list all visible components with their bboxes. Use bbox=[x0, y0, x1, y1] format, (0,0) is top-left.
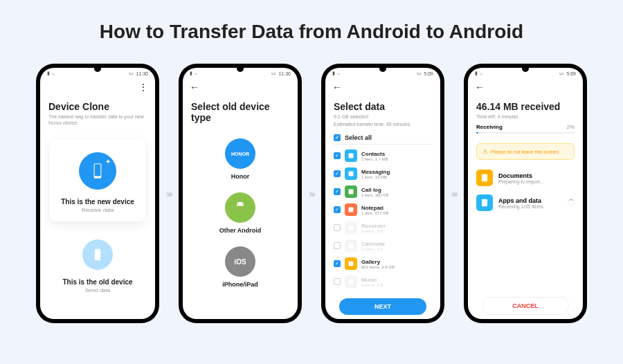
data-row[interactable]: Notepad1 item, 677 KB bbox=[334, 201, 432, 218]
data-row[interactable]: Music0 items, 0 B bbox=[334, 273, 432, 290]
honor-logo: HONOR bbox=[231, 152, 249, 156]
screen-title: 46.14 MB received bbox=[476, 101, 575, 112]
arrow-icon: ››› bbox=[309, 188, 314, 199]
size-label: 9.1 GB selected bbox=[334, 113, 432, 120]
item-name: Apps and data bbox=[498, 197, 562, 204]
receiving-label: Receiving bbox=[476, 124, 503, 130]
file-icon bbox=[476, 170, 493, 186]
time-left-label: Time left: 4 minutes bbox=[476, 113, 575, 120]
svg-rect-9 bbox=[349, 190, 354, 194]
svg-rect-15 bbox=[482, 174, 487, 182]
svg-rect-10 bbox=[349, 208, 354, 212]
item-subtitle: Preparing to import... bbox=[498, 179, 575, 184]
new-device-card[interactable]: ✦ This is the new device Receive data bbox=[50, 140, 145, 221]
screen-title: Select data bbox=[334, 101, 432, 112]
device-option-android[interactable]: Other Android bbox=[219, 192, 262, 234]
data-row[interactable]: Calendar0 items, 0 B bbox=[334, 237, 432, 254]
sparkle-icon: ✦ bbox=[105, 158, 111, 165]
row-subtitle: 0 items, 0 B bbox=[361, 229, 432, 233]
checkbox[interactable] bbox=[334, 170, 341, 177]
old-device-card[interactable]: This is the old device Send data bbox=[48, 233, 147, 300]
row-name: Recorder bbox=[361, 223, 432, 229]
file-icon bbox=[476, 194, 493, 211]
phone-icon: ✦ bbox=[79, 152, 116, 190]
svg-point-4 bbox=[242, 203, 242, 204]
svg-rect-8 bbox=[349, 172, 354, 176]
row-subtitle: 0 items, 0 B bbox=[361, 283, 432, 287]
card-title: This is the new device bbox=[55, 198, 140, 206]
signal-icon: ▮ bbox=[47, 71, 50, 76]
page-title: How to Transfer Data from Android to And… bbox=[28, 21, 595, 43]
progress-bar bbox=[476, 132, 575, 134]
data-row[interactable]: Contacts1 item, 1.7 MB bbox=[334, 147, 432, 164]
svg-line-5 bbox=[237, 202, 239, 203]
svg-rect-1 bbox=[95, 164, 101, 176]
card-subtitle: Send data bbox=[55, 287, 140, 293]
svg-rect-11 bbox=[349, 226, 354, 230]
phone-2: ▮⌵ ▭11:30 ← Select old device type HONOR… bbox=[179, 64, 302, 323]
svg-rect-7 bbox=[349, 154, 354, 158]
card-title: This is the old device bbox=[55, 278, 140, 286]
percent-label: 2% bbox=[566, 124, 575, 130]
select-all-checkbox[interactable] bbox=[334, 134, 341, 141]
checkbox[interactable] bbox=[334, 152, 341, 159]
phone-3: ▮⌵ ▭5:09 ← Select data 9.1 GB selected E… bbox=[321, 64, 444, 323]
row-name: Music bbox=[361, 277, 432, 283]
screen-subtitle: The easiest way to transfer data to your… bbox=[48, 113, 147, 126]
arrow-icon: ››› bbox=[451, 188, 457, 199]
row-subtitle: 1 item, 13 MB bbox=[361, 175, 432, 179]
battery-icon: ▭ bbox=[129, 71, 134, 76]
checkbox[interactable] bbox=[334, 188, 341, 195]
device-option-ios[interactable]: iOS iPhone/iPad bbox=[222, 246, 258, 288]
menu-dots-icon[interactable]: ⋮ bbox=[138, 82, 148, 93]
back-icon[interactable]: ← bbox=[475, 82, 485, 93]
receive-item: DocumentsPreparing to import... bbox=[476, 165, 575, 190]
back-icon[interactable]: ← bbox=[190, 82, 199, 93]
row-name: Gallery bbox=[361, 259, 432, 265]
svg-rect-12 bbox=[349, 244, 354, 248]
row-name: Messaging bbox=[361, 169, 432, 175]
checkbox[interactable] bbox=[334, 278, 341, 285]
app-icon bbox=[345, 257, 357, 270]
receive-item: Apps and dataReceiving 1/35 items bbox=[476, 190, 575, 215]
android-icon bbox=[225, 192, 255, 223]
row-subtitle: 601 items, 2.9 GB bbox=[361, 265, 432, 269]
app-icon bbox=[345, 167, 357, 180]
svg-rect-13 bbox=[349, 262, 354, 266]
card-subtitle: Receive data bbox=[55, 207, 140, 213]
row-subtitle: 1 item, 360 KB bbox=[361, 193, 432, 197]
row-subtitle: 0 items, 0 B bbox=[361, 247, 432, 251]
svg-rect-16 bbox=[482, 199, 487, 207]
back-icon[interactable]: ← bbox=[332, 82, 342, 93]
wifi-icon: ⌵ bbox=[52, 71, 55, 76]
row-name: Calendar bbox=[361, 241, 432, 247]
phone-1: ▮⌵ ▭11:30 ⋮ Device Clone The easiest way… bbox=[36, 64, 159, 323]
app-icon bbox=[345, 149, 357, 162]
data-row[interactable]: Call log1 item, 360 KB bbox=[334, 183, 432, 200]
checkbox[interactable] bbox=[334, 260, 341, 267]
svg-line-6 bbox=[242, 202, 243, 203]
item-subtitle: Receiving 1/35 items bbox=[498, 204, 562, 209]
cancel-button[interactable]: CANCEL bbox=[482, 297, 569, 315]
spinner-icon bbox=[568, 199, 575, 206]
svg-point-3 bbox=[238, 203, 239, 204]
app-icon bbox=[345, 185, 357, 198]
device-option-honor[interactable]: HONOR Honor bbox=[225, 138, 255, 180]
data-row[interactable]: Recorder0 items, 0 B bbox=[334, 219, 432, 236]
checkbox[interactable] bbox=[334, 206, 341, 213]
phone-icon bbox=[82, 239, 113, 270]
data-row[interactable]: Gallery601 items, 2.9 GB bbox=[334, 255, 432, 272]
row-name: Contacts bbox=[361, 151, 432, 157]
next-button[interactable]: NEXT bbox=[339, 298, 426, 315]
row-subtitle: 1 item, 677 KB bbox=[361, 211, 432, 215]
checkbox[interactable] bbox=[334, 242, 341, 249]
screen-title: Select old device type bbox=[191, 101, 289, 123]
app-icon bbox=[345, 275, 357, 288]
phone-4: ▮⌵ ▭5:09 ← 46.14 MB received Time left: … bbox=[464, 64, 587, 323]
warning-banner: Please do not leave this screen. bbox=[476, 143, 575, 160]
data-row[interactable]: Messaging1 item, 13 MB bbox=[334, 165, 432, 182]
checkbox[interactable] bbox=[334, 224, 341, 231]
app-icon bbox=[345, 203, 357, 216]
row-name: Notepad bbox=[361, 205, 432, 211]
ios-logo: iOS bbox=[234, 258, 246, 266]
